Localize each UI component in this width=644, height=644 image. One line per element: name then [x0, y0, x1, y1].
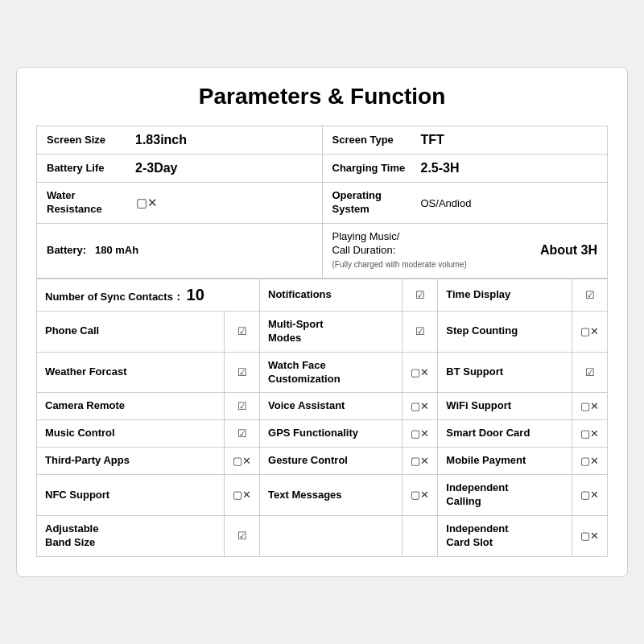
screen-size-cell: Screen Size 1.83inch	[37, 126, 323, 155]
gesture-cell: Gesture Control	[260, 448, 402, 475]
music-control-label: Music Control	[45, 427, 115, 439]
wifi-support-cell: WiFi Support	[438, 393, 572, 420]
feature-row-6: Third-Party Apps ▢✕ Gesture Control ▢✕ M…	[37, 448, 608, 475]
phone-call-icon: ☑	[225, 311, 260, 352]
feature-row-8: AdjustableBand Size ☑ IndependentCard Sl…	[37, 515, 608, 556]
battery-life-cell: Battery Life 2-3Day	[37, 155, 323, 183]
independent-calling-cell: IndependentCalling	[438, 475, 572, 516]
water-resistance-cell: WaterResistance ▢✕	[37, 183, 323, 224]
os-value: OS/Andiod	[421, 197, 472, 209]
page-title: Parameters & Function	[36, 84, 608, 109]
water-resistance-label: WaterResistance	[47, 189, 127, 217]
step-counting-icon: ▢✕	[572, 311, 608, 352]
music-duration-cell: Playing Music/Call Duration:(Fully charg…	[323, 224, 609, 279]
phone-call-cell: Phone Call	[37, 311, 225, 352]
independent-calling-icon: ▢✕	[572, 475, 608, 516]
gps-label: GPS Functionality	[268, 427, 358, 439]
adjustable-band-label: AdjustableBand Size	[45, 522, 98, 548]
water-resistance-icon: ▢✕	[135, 196, 158, 210]
feature-row-5: Music Control ☑ GPS Functionality ▢✕ Sma…	[37, 420, 608, 448]
independent-card-slot-label: IndependentCard Slot	[446, 522, 508, 548]
multisport-icon: ☑	[402, 311, 438, 352]
weather-label: Weather Forcast	[45, 365, 127, 378]
step-counting-label: Step Counting	[446, 324, 518, 336]
sync-value: 10	[187, 286, 204, 303]
feature-row-2: Phone Call ☑ Multi-SportModes ☑ Step Cou…	[37, 311, 608, 352]
time-display-icon: ☑	[572, 279, 608, 311]
third-party-cell: Third-Party Apps	[37, 448, 225, 475]
battery-mah-cell: Battery: 180 mAh	[37, 224, 323, 279]
smart-door-label: Smart Door Card	[446, 427, 530, 439]
multisport-cell: Multi-SportModes	[260, 311, 402, 352]
screen-type-label: Screen Type	[332, 134, 413, 147]
weather-icon: ☑	[225, 352, 260, 393]
battery-life-value: 2-3Day	[135, 161, 177, 175]
time-display-label: Time Display	[446, 288, 510, 300]
nfc-icon: ▢✕	[225, 475, 260, 516]
feature-row-4: Camera Remote ☑ Voice Assistant ▢✕ WiFi …	[37, 393, 608, 420]
text-messages-icon: ▢✕	[402, 475, 438, 516]
wifi-support-icon: ▢✕	[572, 393, 608, 420]
screen-type-value: TFT	[421, 133, 444, 147]
music-duration-value: About 3H	[540, 243, 597, 258]
notifications-cell: Notifications	[260, 279, 402, 311]
independent-card-slot-icon: ▢✕	[572, 515, 608, 556]
time-display-cell: Time Display	[438, 279, 572, 311]
camera-remote-cell: Camera Remote	[37, 393, 225, 420]
watchface-cell: Watch FaceCustomization	[260, 352, 402, 393]
feature-row-3: Weather Forcast ☑ Watch FaceCustomizatio…	[37, 352, 608, 393]
voice-assistant-label: Voice Assistant	[268, 399, 345, 411]
adjustable-band-icon: ☑	[225, 515, 260, 556]
bt-support-cell: BT Support	[438, 352, 572, 393]
music-control-cell: Music Control	[37, 420, 225, 448]
mobile-payment-cell: Mobile Payment	[438, 448, 572, 475]
charging-time-value: 2.5-3H	[421, 161, 460, 175]
adjustable-band-cell: AdjustableBand Size	[37, 515, 225, 556]
text-messages-label: Text Messages	[268, 489, 342, 501]
gesture-icon: ▢✕	[402, 448, 438, 475]
voice-assistant-icon: ▢✕	[402, 393, 438, 420]
sync-label: Number of Sync Contacts：	[45, 291, 184, 303]
bt-support-label: BT Support	[446, 365, 503, 378]
os-cell: OperatingSystem OS/Andiod	[323, 183, 609, 224]
voice-assistant-cell: Voice Assistant	[260, 393, 402, 420]
nfc-label: NFC Support	[45, 489, 109, 501]
gps-icon: ▢✕	[402, 420, 438, 448]
music-duration-label: Playing Music/Call Duration:(Fully charg…	[332, 230, 467, 271]
feature-row-7: NFC Support ▢✕ Text Messages ▢✕ Independ…	[37, 475, 608, 516]
gps-cell: GPS Functionality	[260, 420, 402, 448]
step-counting-cell: Step Counting	[438, 311, 572, 352]
main-card: Parameters & Function Screen Size 1.83in…	[16, 67, 628, 576]
os-label: OperatingSystem	[332, 189, 413, 217]
battery-mah-label: Battery: 180 mAh	[47, 244, 138, 258]
screen-size-label: Screen Size	[47, 134, 127, 147]
notifications-icon: ☑	[402, 279, 438, 311]
text-messages-cell: Text Messages	[260, 475, 402, 516]
mobile-payment-icon: ▢✕	[572, 448, 608, 475]
smart-door-icon: ▢✕	[572, 420, 608, 448]
empty-cell-2	[402, 515, 438, 556]
features-table: Number of Sync Contacts： 10 Notification…	[36, 279, 608, 557]
watchface-label: Watch FaceCustomization	[268, 359, 341, 385]
music-control-icon: ☑	[225, 420, 260, 448]
weather-cell: Weather Forcast	[37, 352, 225, 393]
screen-size-value: 1.83inch	[135, 133, 187, 147]
wifi-support-label: WiFi Support	[446, 399, 511, 411]
mobile-payment-label: Mobile Payment	[446, 454, 526, 466]
independent-card-slot-cell: IndependentCard Slot	[438, 515, 572, 556]
camera-remote-label: Camera Remote	[45, 399, 125, 411]
multisport-label: Multi-SportModes	[268, 318, 324, 344]
sync-row: Number of Sync Contacts： 10 Notification…	[37, 279, 608, 311]
bt-support-icon: ☑	[572, 352, 608, 393]
notifications-label: Notifications	[268, 288, 332, 300]
charging-time-cell: Charging Time 2.5-3H	[323, 155, 609, 183]
watchface-icon: ▢✕	[402, 352, 438, 393]
specs-grid: Screen Size 1.83inch Screen Type TFT Bat…	[36, 126, 608, 278]
camera-remote-icon: ☑	[225, 393, 260, 420]
third-party-icon: ▢✕	[225, 448, 260, 475]
empty-cell-1	[260, 515, 402, 556]
charging-time-label: Charging Time	[332, 162, 413, 175]
smart-door-cell: Smart Door Card	[438, 420, 572, 448]
gesture-label: Gesture Control	[268, 454, 348, 466]
nfc-cell: NFC Support	[37, 475, 225, 516]
